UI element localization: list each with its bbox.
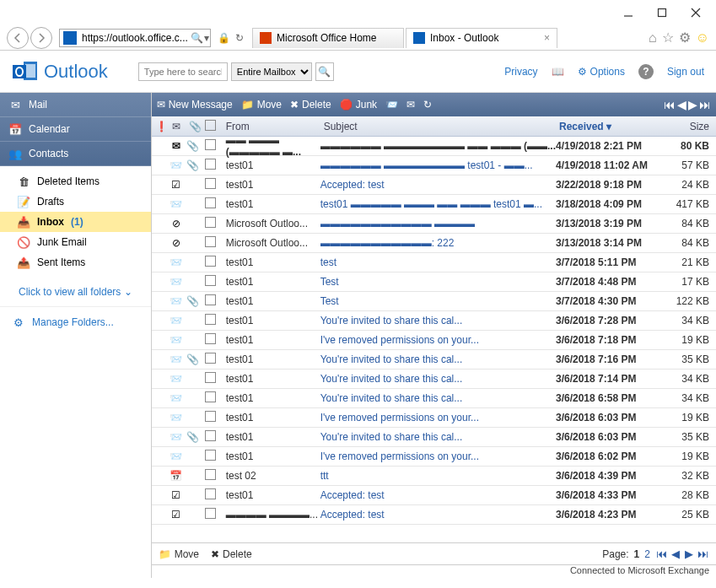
row-checkbox[interactable]	[201, 469, 221, 483]
prev-page-icon[interactable]: ◀	[677, 98, 686, 111]
folder-sent-items[interactable]: 📤Sent Items	[0, 252, 151, 272]
tab-office-home[interactable]: Microsoft Office Home	[252, 28, 404, 48]
message-row[interactable]: 📨📎test01You're invited to share this cal…	[152, 428, 716, 447]
help-icon[interactable]: ?	[638, 64, 654, 79]
row-checkbox[interactable]	[201, 314, 221, 327]
message-row[interactable]: 📅test 02ttt3/6/2018 4:39 PM32 KB	[152, 467, 716, 486]
mark-read-button[interactable]: 📨	[385, 99, 398, 111]
message-row[interactable]: 📨test01test01 ▬▬▬▬▬ ▬▬▬ ▬▬ ▬▬▬ test01 ▬.…	[152, 195, 716, 214]
row-checkbox[interactable]	[201, 353, 221, 366]
col-subject[interactable]: Subject	[320, 121, 556, 132]
row-checkbox[interactable]	[201, 488, 221, 502]
lock-icon[interactable]: 🔒	[218, 32, 230, 44]
folder-drafts[interactable]: 📝Drafts	[0, 192, 151, 212]
next-page-icon[interactable]: ▶	[685, 548, 693, 560]
message-row[interactable]: 📨test01I've removed permissions on your.…	[152, 447, 716, 467]
message-row[interactable]: ✉📎▬▬ ▬▬▬ (▬▬▬▬▬ ▬...▬▬▬▬▬▬ ▬▬▬▬▬▬▬▬ ▬▬ ▬…	[152, 137, 716, 156]
first-page-icon[interactable]: ⏮	[656, 548, 667, 560]
url-dropdown-icon[interactable]: ▾	[203, 32, 210, 44]
junk-button[interactable]: 🛑Junk	[340, 99, 377, 111]
folder-inbox[interactable]: 📥Inbox (1)	[0, 212, 151, 232]
address-bar[interactable]: https://outlook.office.c... 🔍 ▾	[59, 29, 211, 47]
row-checkbox[interactable]	[201, 236, 221, 250]
search-button[interactable]: 🔍	[315, 62, 334, 81]
row-checkbox[interactable]	[201, 294, 221, 308]
col-received[interactable]: Received ▾	[556, 121, 672, 132]
message-row[interactable]: 📨test01Test3/7/2018 4:48 PM17 KB	[152, 272, 716, 292]
message-row[interactable]: 📨test01I've removed permissions on your.…	[152, 408, 716, 428]
privacy-link[interactable]: Privacy	[504, 66, 537, 78]
refresh-icon[interactable]: ↻	[235, 32, 244, 44]
col-size[interactable]: Size	[672, 121, 716, 132]
prev-page-icon[interactable]: ◀	[671, 548, 680, 560]
message-row[interactable]: ⊘Microsoft Outloo...▬▬▬▬▬▬▬▬▬▬▬: 2223/13…	[152, 234, 716, 253]
row-checkbox[interactable]	[201, 139, 221, 153]
bottom-delete-button[interactable]: ✖Delete	[211, 548, 252, 560]
message-row[interactable]: ☑▬▬▬▬ ▬▬▬▬...Accepted: test3/6/2018 4:23…	[152, 505, 716, 525]
delete-button[interactable]: ✖Delete	[290, 99, 331, 111]
row-checkbox[interactable]	[201, 508, 221, 521]
col-icon[interactable]: ✉	[167, 121, 186, 132]
message-row[interactable]: ⊘Microsoft Outloo...▬▬▬▬▬▬▬▬▬▬▬ ▬▬▬▬3/13…	[152, 214, 716, 234]
favorites-icon[interactable]: ☆	[662, 30, 674, 46]
smiley-icon[interactable]: ☺	[696, 30, 709, 46]
row-checkbox[interactable]	[201, 391, 221, 405]
row-checkbox[interactable]	[201, 333, 221, 347]
signout-link[interactable]: Sign out	[667, 66, 704, 78]
bottom-move-button[interactable]: 📁Move	[159, 548, 199, 560]
maximize-button[interactable]	[645, 1, 679, 24]
folder-deleted-items[interactable]: 🗑Deleted Items	[0, 171, 151, 192]
row-checkbox[interactable]	[201, 159, 221, 172]
message-row[interactable]: 📨📎test01You're invited to share this cal…	[152, 350, 716, 370]
next-page-icon[interactable]: ▶	[688, 98, 697, 111]
close-button[interactable]	[679, 1, 713, 24]
view-all-folders[interactable]: Click to view all folders ⌄	[0, 278, 151, 306]
row-checkbox[interactable]	[201, 178, 221, 192]
row-checkbox[interactable]	[201, 197, 221, 211]
col-checkbox[interactable]	[201, 120, 221, 133]
search-input[interactable]	[138, 62, 228, 81]
row-checkbox[interactable]	[201, 450, 221, 463]
url-search-icon[interactable]: 🔍	[190, 30, 203, 46]
refresh-button[interactable]: ↻	[423, 99, 432, 111]
col-attachment[interactable]: 📎	[186, 121, 201, 132]
options-link[interactable]: ⚙Options	[578, 66, 625, 78]
message-row[interactable]: 📨test01You're invited to share this cal.…	[152, 389, 716, 408]
message-row[interactable]: 📨test01You're invited to share this cal.…	[152, 370, 716, 389]
message-row[interactable]: 📨test01test3/7/2018 5:11 PM21 KB	[152, 253, 716, 272]
message-row[interactable]: 📨📎test01▬▬▬▬▬▬ ▬▬▬▬▬▬▬▬ test01 - ▬▬...4/…	[152, 156, 716, 175]
message-row[interactable]: 📨📎test01Test3/7/2018 4:30 PM122 KB	[152, 292, 716, 311]
nav-contacts[interactable]: 👥Contacts	[0, 142, 151, 166]
row-checkbox[interactable]	[201, 411, 221, 424]
minimize-button[interactable]	[611, 1, 645, 24]
book-icon[interactable]: 📖	[552, 66, 564, 78]
col-from[interactable]: From	[221, 121, 320, 132]
home-icon[interactable]: ⌂	[649, 30, 657, 46]
tab-inbox-outlook[interactable]: Inbox - Outlook ×	[406, 28, 557, 48]
row-checkbox[interactable]	[201, 275, 221, 289]
message-row[interactable]: ☑test01Accepted: test3/6/2018 4:33 PM28 …	[152, 486, 716, 505]
nav-calendar[interactable]: 📅Calendar	[0, 117, 151, 142]
col-importance[interactable]: ❗	[152, 121, 167, 132]
tab-close-icon[interactable]: ×	[544, 32, 550, 44]
nav-mail[interactable]: ✉Mail	[0, 93, 151, 117]
message-row[interactable]: 📨test01I've removed permissions on your.…	[152, 331, 716, 350]
last-page-icon[interactable]: ⏭	[697, 548, 708, 560]
mark-unread-button[interactable]: ✉	[406, 99, 415, 111]
message-list[interactable]: ✉📎▬▬ ▬▬▬ (▬▬▬▬▬ ▬...▬▬▬▬▬▬ ▬▬▬▬▬▬▬▬ ▬▬ ▬…	[152, 137, 716, 542]
manage-folders[interactable]: ⚙Manage Folders...	[0, 306, 151, 337]
message-row[interactable]: 📨test01You're invited to share this cal.…	[152, 311, 716, 331]
row-checkbox[interactable]	[201, 372, 221, 386]
move-button[interactable]: 📁Move	[241, 99, 282, 111]
page-link[interactable]: 2	[644, 548, 650, 560]
back-button[interactable]	[7, 27, 29, 49]
first-page-icon[interactable]: ⏮	[664, 98, 676, 111]
forward-button[interactable]	[30, 27, 52, 49]
row-checkbox[interactable]	[201, 217, 221, 230]
message-row[interactable]: ☑test01Accepted: test3/22/2018 9:18 PM24…	[152, 175, 716, 195]
outlook-logo[interactable]: Outlook	[12, 58, 108, 85]
last-page-icon[interactable]: ⏭	[699, 98, 711, 111]
search-scope-select[interactable]: Entire Mailbox	[231, 62, 312, 81]
folder-junk[interactable]: 🚫Junk Email	[0, 232, 151, 252]
new-message-button[interactable]: ✉New Message	[157, 99, 233, 111]
